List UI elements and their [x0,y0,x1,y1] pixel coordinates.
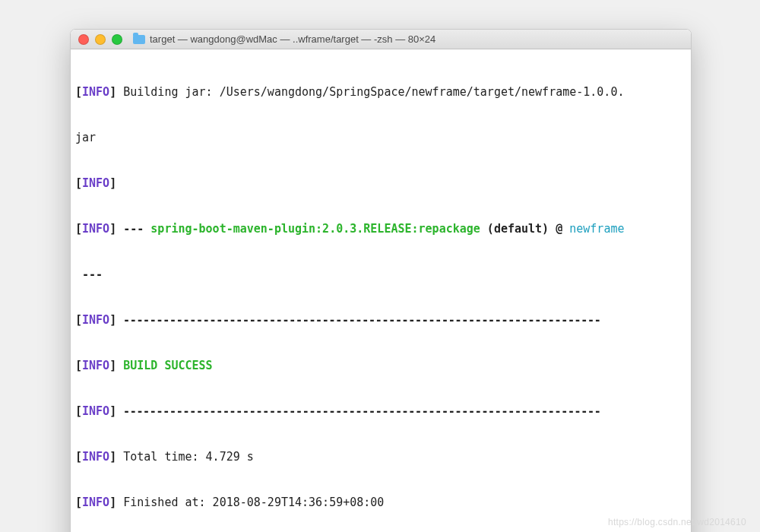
output-line: [INFO] ---------------------------------… [75,404,686,419]
folder-icon [133,35,145,44]
close-icon[interactable] [78,34,89,45]
zoom-icon[interactable] [112,34,122,45]
terminal-body[interactable]: [INFO] Building jar: /Users/wangdong/Spr… [71,49,691,532]
output-line: [INFO] ---------------------------------… [75,312,686,328]
output-line: [INFO] --- spring-boot-maven-plugin:2.0.… [75,221,686,236]
output-line: [INFO] [75,176,686,191]
window-controls [78,34,122,45]
window-title: target — wangdong@wdMac — ..wframe/targe… [150,33,435,45]
minimize-icon[interactable] [95,34,106,45]
output-line: [INFO] Finished at: 2018-08-29T14:36:59+… [75,495,686,510]
output-line: --- [75,267,686,282]
output-line: [INFO] BUILD SUCCESS [75,358,686,373]
watermark: https://blog.csdn.net/wd2014610 [608,517,746,527]
output-line: jar [75,130,686,145]
titlebar[interactable]: target — wangdong@wdMac — ..wframe/targe… [71,30,691,49]
output-line: [INFO] Building jar: /Users/wangdong/Spr… [75,84,686,100]
terminal-window: target — wangdong@wdMac — ..wframe/targe… [70,29,692,532]
output-line: [INFO] Total time: 4.729 s [75,449,686,464]
